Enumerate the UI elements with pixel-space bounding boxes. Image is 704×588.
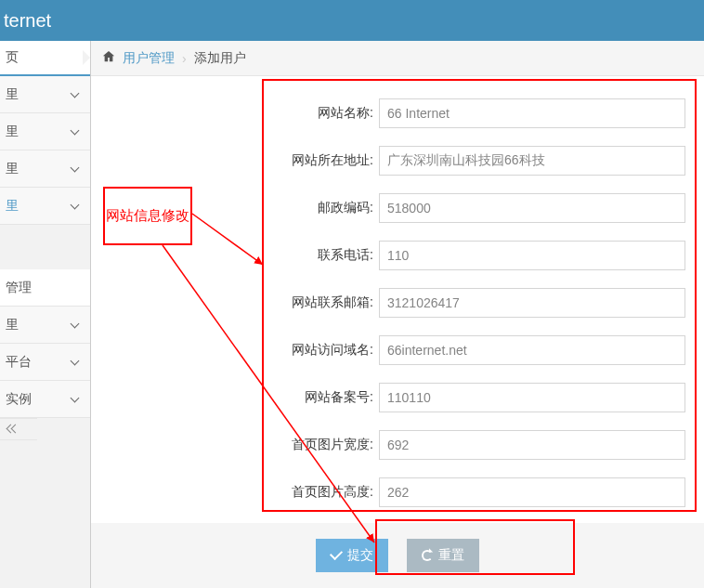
sidebar-item-0[interactable]: 里 bbox=[0, 76, 90, 113]
site-name-input[interactable] bbox=[379, 98, 685, 128]
form-label: 联系电话: bbox=[91, 247, 379, 264]
form-row-phone: 联系电话: bbox=[91, 231, 704, 279]
sidebar-item-1[interactable]: 里 bbox=[0, 113, 90, 150]
form-row-img-width: 首页图片宽度: bbox=[91, 421, 704, 468]
form-label: 网站联系邮箱: bbox=[91, 294, 379, 311]
content-area: 用户管理 › 添加用户 网站名称: 网站所在地址: 邮政编码: 联系电话: 网站… bbox=[91, 41, 704, 588]
undo-icon bbox=[422, 550, 433, 561]
sidebar-item-5[interactable]: 里 bbox=[0, 307, 90, 344]
img-width-input[interactable] bbox=[379, 430, 685, 460]
form-row-icp: 网站备案号: bbox=[91, 373, 704, 421]
email-input[interactable] bbox=[379, 288, 685, 318]
form-row-domain: 网站访问域名: bbox=[91, 326, 704, 373]
check-icon bbox=[330, 547, 343, 560]
sidebar-item-4[interactable]: 管理 bbox=[0, 269, 90, 307]
form-area: 网站名称: 网站所在地址: 邮政编码: 联系电话: 网站联系邮箱: 网站访问域名… bbox=[91, 76, 704, 588]
chevron-down-icon bbox=[72, 164, 81, 174]
reset-button[interactable]: 重置 bbox=[407, 539, 479, 572]
sidebar-item-label: 里 bbox=[6, 317, 19, 333]
chevron-down-icon bbox=[72, 320, 81, 330]
form-label: 网站所在地址: bbox=[91, 152, 379, 169]
form-label: 网站备案号: bbox=[91, 389, 379, 406]
sidebar-item-label: 实例 bbox=[6, 391, 32, 408]
phone-input[interactable] bbox=[379, 241, 685, 270]
button-row: 提交 重置 bbox=[91, 523, 704, 588]
chevron-down-icon bbox=[72, 127, 81, 137]
tab-arrow-icon bbox=[83, 50, 90, 65]
form-label: 网站名称: bbox=[91, 105, 379, 122]
double-chevron-left-icon bbox=[7, 425, 20, 434]
sidebar: 页 里 里 里 里 管理 里 平台 实例 bbox=[0, 41, 91, 588]
chevron-down-icon bbox=[72, 202, 81, 211]
sidebar-item-7[interactable]: 实例 bbox=[0, 381, 90, 418]
form-label: 首页图片高度: bbox=[91, 484, 379, 501]
sidebar-item-label: 里 bbox=[6, 124, 19, 140]
icp-input[interactable] bbox=[379, 383, 685, 412]
page-tab-label: 页 bbox=[6, 49, 19, 66]
breadcrumb-separator: › bbox=[182, 51, 187, 66]
sidebar-item-label: 平台 bbox=[6, 354, 32, 371]
reset-button-label: 重置 bbox=[438, 547, 464, 564]
sidebar-item-label: 里 bbox=[6, 86, 19, 103]
sidebar-item-2[interactable]: 里 bbox=[0, 150, 90, 188]
form-label: 网站访问域名: bbox=[91, 342, 379, 359]
page-tab[interactable]: 页 bbox=[0, 41, 90, 76]
submit-button[interactable]: 提交 bbox=[316, 539, 388, 572]
submit-button-label: 提交 bbox=[347, 547, 373, 564]
sidebar-collapse-button[interactable] bbox=[0, 418, 37, 440]
site-address-input[interactable] bbox=[379, 146, 685, 176]
breadcrumb-current: 添加用户 bbox=[194, 50, 246, 67]
breadcrumb: 用户管理 › 添加用户 bbox=[91, 41, 704, 76]
form-row-img-height: 首页图片高度: bbox=[91, 468, 704, 516]
home-icon bbox=[102, 50, 115, 66]
sidebar-item-label: 管理 bbox=[6, 280, 32, 296]
form-row-postal-code: 邮政编码: bbox=[91, 184, 704, 231]
form-label: 首页图片宽度: bbox=[91, 437, 379, 453]
chevron-down-icon bbox=[72, 90, 81, 99]
postal-code-input[interactable] bbox=[379, 193, 685, 223]
sidebar-item-label: 里 bbox=[6, 198, 19, 215]
form-row-site-name: 网站名称: bbox=[91, 89, 704, 137]
sidebar-item-6[interactable]: 平台 bbox=[0, 344, 90, 381]
sidebar-item-3[interactable]: 里 bbox=[0, 188, 90, 225]
app-title: ternet bbox=[4, 10, 51, 32]
domain-input[interactable] bbox=[379, 335, 685, 365]
breadcrumb-link[interactable]: 用户管理 bbox=[123, 50, 175, 67]
chevron-down-icon bbox=[72, 358, 81, 367]
img-height-input[interactable] bbox=[379, 477, 685, 507]
top-bar: ternet bbox=[0, 0, 704, 41]
chevron-down-icon bbox=[72, 395, 81, 404]
form-label: 邮政编码: bbox=[91, 200, 379, 216]
form-row-email: 网站联系邮箱: bbox=[91, 279, 704, 326]
form-row-site-address: 网站所在地址: bbox=[91, 137, 704, 184]
sidebar-item-label: 里 bbox=[6, 161, 19, 177]
